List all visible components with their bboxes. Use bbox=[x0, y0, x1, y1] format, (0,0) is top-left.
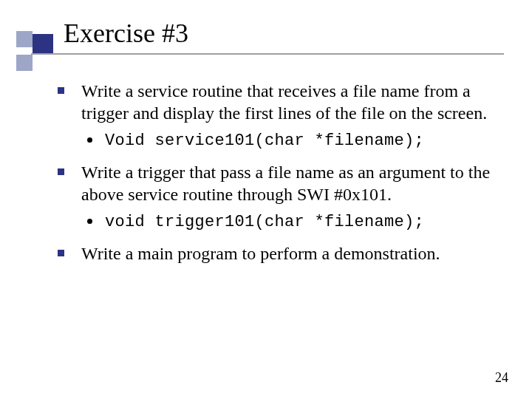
bullet-item-2: Write a trigger that pass a file name as… bbox=[52, 161, 495, 205]
decor-block-small-2 bbox=[16, 55, 33, 71]
sub-bullet-item-2: void trigger101(char *filename); bbox=[52, 213, 495, 232]
bullet-item-1: Write a service routine that receives a … bbox=[52, 80, 495, 124]
page-number: 24 bbox=[495, 370, 508, 386]
decor-block-large bbox=[33, 34, 53, 55]
bullet-item-3: Write a main program to perform a demons… bbox=[52, 242, 495, 265]
code-line: Void service101(char *filename); bbox=[105, 132, 495, 151]
title-row: Exercise #3 bbox=[0, 18, 532, 58]
dot-bullet-icon bbox=[87, 137, 92, 143]
dot-bullet-icon bbox=[87, 219, 92, 224]
slide-title: Exercise #3 bbox=[64, 18, 188, 49]
bullet-text: Write a main program to perform a demons… bbox=[81, 242, 495, 265]
square-bullet-icon bbox=[58, 168, 64, 175]
code-line: void trigger101(char *filename); bbox=[105, 213, 495, 232]
decor-block-small-1 bbox=[16, 31, 33, 47]
square-bullet-icon bbox=[58, 87, 64, 94]
slide: Exercise #3 Write a service routine that… bbox=[0, 0, 532, 399]
sub-bullet-item-1: Void service101(char *filename); bbox=[52, 132, 495, 151]
title-underline bbox=[31, 53, 504, 55]
bullet-text: Write a service routine that receives a … bbox=[81, 80, 495, 124]
body-content: Write a service routine that receives a … bbox=[52, 80, 495, 272]
square-bullet-icon bbox=[58, 250, 64, 256]
bullet-text: Write a trigger that pass a file name as… bbox=[81, 161, 495, 205]
